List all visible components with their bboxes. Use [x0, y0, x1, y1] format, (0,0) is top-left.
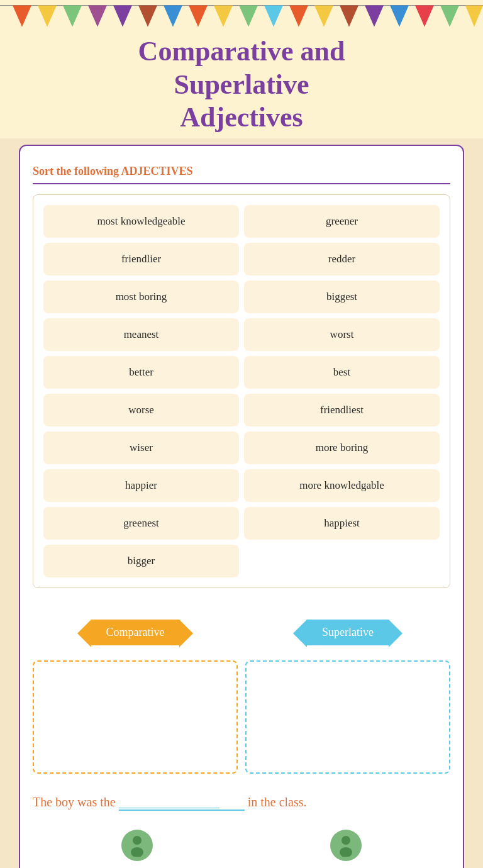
avatar-right [330, 830, 362, 861]
svg-marker-12 [289, 6, 308, 27]
main-card: Sort the following ADJECTIVES most knowl… [19, 145, 464, 868]
word-chip-16[interactable]: more knowledgable [244, 469, 440, 502]
word-chip-19[interactable]: bigger [43, 545, 239, 577]
word-chip-7[interactable]: meanest [43, 318, 239, 351]
word-chip-2[interactable]: greener [244, 205, 440, 238]
sentence-before: The boy was the [33, 795, 116, 809]
comparative-label: Comparative [91, 620, 180, 645]
word-grid: most knowledgeable greener friendlier re… [33, 194, 450, 588]
superlative-box-wrapper: Superlative [245, 620, 450, 774]
superlative-label: Superlative [307, 620, 389, 645]
sort-boxes: Comparative Superlative [33, 620, 450, 774]
word-chip-14[interactable]: more boring [244, 431, 440, 464]
svg-marker-8 [189, 6, 208, 27]
avatar-left [121, 830, 153, 861]
svg-marker-1 [13, 6, 31, 27]
svg-point-21 [131, 847, 143, 857]
sentence-after: in the class. [248, 795, 307, 809]
sentence-text: The boy was the ________________ in the … [33, 795, 450, 811]
superlative-drop-zone[interactable] [245, 660, 450, 774]
svg-marker-16 [390, 6, 409, 27]
word-chip-10[interactable]: best [244, 356, 440, 389]
svg-point-23 [340, 847, 352, 857]
svg-marker-3 [63, 6, 82, 27]
svg-marker-18 [440, 6, 459, 27]
svg-marker-5 [113, 6, 132, 27]
svg-marker-19 [465, 6, 483, 27]
word-chip-4[interactable]: redder [244, 243, 440, 275]
svg-marker-10 [239, 6, 258, 27]
word-chip-6[interactable]: biggest [244, 281, 440, 313]
comparative-drop-zone[interactable] [33, 660, 238, 774]
word-chip-3[interactable]: friendlier [43, 243, 239, 275]
banner: Comparative and Superlative Adjectives [0, 0, 483, 138]
word-chip-13[interactable]: wiser [43, 431, 239, 464]
word-chip-11[interactable]: worse [43, 394, 239, 426]
svg-point-20 [133, 836, 142, 845]
svg-marker-2 [38, 6, 57, 27]
svg-marker-11 [264, 6, 283, 27]
footer-row [33, 830, 450, 861]
svg-marker-13 [314, 6, 333, 27]
svg-point-22 [341, 836, 350, 845]
svg-marker-7 [164, 6, 182, 27]
title-area: Comparative and Superlative Adjectives [50, 23, 433, 138]
svg-marker-6 [138, 6, 157, 27]
person-icon-left [128, 835, 147, 857]
word-chip-12[interactable]: friendliest [244, 394, 440, 426]
word-chip-15[interactable]: happier [43, 469, 239, 502]
sentence-blank[interactable]: ________________ [119, 795, 245, 811]
svg-marker-9 [214, 6, 233, 27]
bunting-decoration [0, 0, 483, 38]
word-chip-1[interactable]: most knowledgeable [43, 205, 239, 238]
person-icon-right [336, 835, 355, 857]
word-chip-9[interactable]: better [43, 356, 239, 389]
sort-instruction: Sort the following ADJECTIVES [33, 165, 450, 184]
svg-marker-17 [415, 6, 434, 27]
word-chip-5[interactable]: most boring [43, 281, 239, 313]
svg-marker-15 [365, 6, 384, 27]
comparative-box-wrapper: Comparative [33, 620, 238, 774]
sentence-section: The boy was the ________________ in the … [33, 789, 450, 817]
svg-marker-4 [88, 6, 107, 27]
word-chip-8[interactable]: worst [244, 318, 440, 351]
word-chip-18[interactable]: happiest [244, 507, 440, 540]
word-chip-17[interactable]: greenest [43, 507, 239, 540]
svg-marker-14 [340, 6, 358, 27]
page-title: Comparative and Superlative Adjectives [88, 35, 396, 135]
